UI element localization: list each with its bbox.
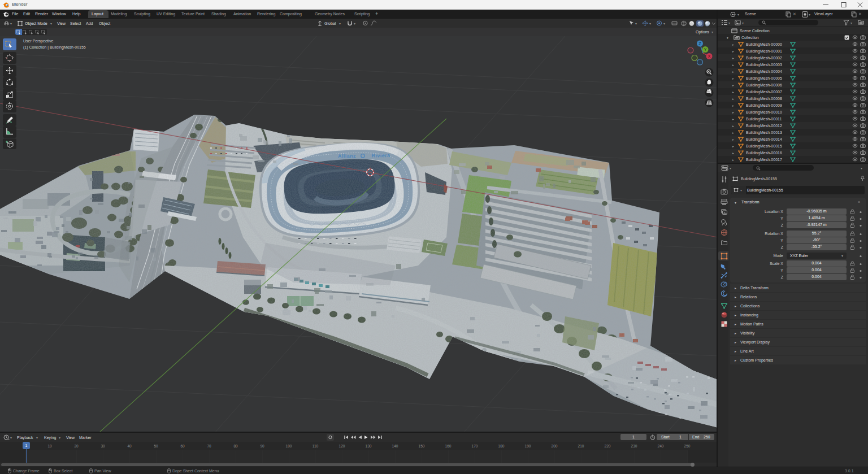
- svg-text:Z: Z: [698, 42, 701, 46]
- svg-text:X: X: [708, 54, 711, 58]
- svg-text:Y: Y: [704, 47, 707, 51]
